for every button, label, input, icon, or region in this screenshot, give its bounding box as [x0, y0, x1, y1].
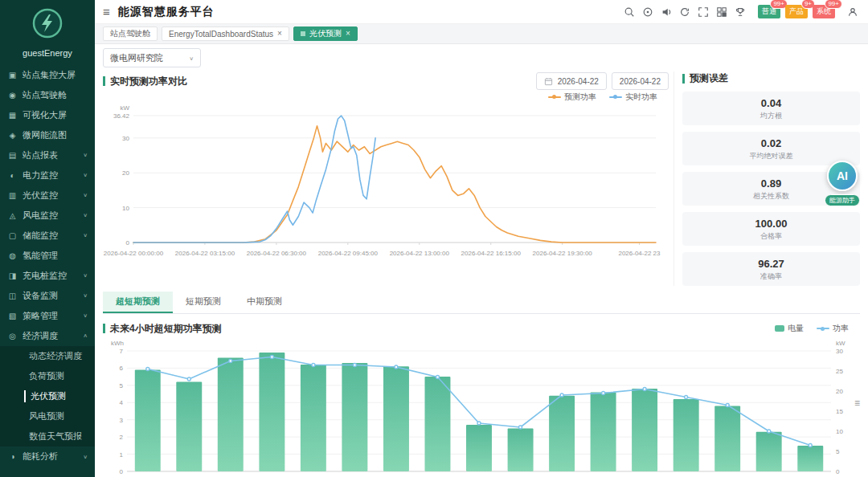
sidebar-item-wind-monitor[interactable]: ◬风电监控∨: [0, 206, 95, 226]
sidebar-item-report[interactable]: ▤站点报表∨: [0, 145, 95, 165]
app-logo: [0, 0, 95, 44]
sidebar-item-weather-forecast[interactable]: 数值天气预报: [0, 426, 95, 446]
legend-actual-power[interactable]: 实时功率: [609, 92, 657, 103]
sidebar-item-dispatch[interactable]: ◎经济调度∧: [0, 326, 95, 346]
svg-text:3: 3: [120, 417, 124, 424]
topbar: ≡ 能源智慧服务平台 普通99+产品9+系统99+: [95, 0, 868, 24]
date-to-input[interactable]: 2026-04-22: [612, 72, 669, 90]
sidebar-item-pv-monitor[interactable]: ▥光伏监控∨: [0, 186, 95, 206]
chevron-down-icon: ∨: [83, 173, 88, 178]
sidebar-item-device-monitor[interactable]: ◫设备监测∨: [0, 286, 95, 306]
svg-text:0: 0: [126, 239, 130, 247]
menu-toggle-icon[interactable]: ≡: [103, 5, 110, 18]
bar-energy: [756, 432, 782, 471]
title-accent-bar: [682, 74, 685, 84]
sidebar-item-wind-forecast[interactable]: 风电预测: [0, 406, 95, 426]
strategy-icon: ▧: [7, 312, 18, 320]
sidebar-item-charger-monitor[interactable]: ◨充电桩监控∨: [0, 266, 95, 286]
trophy-icon[interactable]: [735, 6, 746, 18]
subtab-ultra-short-term[interactable]: 超短期预测: [103, 292, 173, 313]
tab-close-icon[interactable]: ×: [277, 30, 282, 38]
record-icon[interactable]: [642, 6, 653, 18]
chevron-down-icon: ∨: [189, 55, 194, 60]
tab-cockpit[interactable]: 站点驾驶舱: [103, 26, 158, 41]
tab-close-icon[interactable]: ×: [346, 30, 350, 38]
svg-text:5: 5: [836, 448, 840, 455]
bar-energy: [135, 370, 161, 471]
svg-text:25: 25: [836, 368, 843, 375]
storage-monitor-icon: ▢: [7, 231, 18, 240]
tab-energy-total-dashboard[interactable]: EnergyTotalDashboardStatus×: [162, 26, 289, 41]
sidebar-item-power-monitor[interactable]: ◐电力监控∨: [0, 165, 95, 186]
refresh-icon[interactable]: [679, 6, 690, 18]
sidebar-item-label: 充电桩监控: [23, 270, 67, 282]
chevron-down-icon: ∨: [83, 454, 88, 459]
sidebar-item-energy-flow[interactable]: ◈微网能流图: [0, 125, 95, 145]
forecast-tabs: 超短期预测短期预测中期预测: [103, 292, 860, 314]
tab-pv-forecast[interactable]: 光伏预测×: [293, 26, 358, 41]
chevron-down-icon: ∨: [83, 273, 88, 279]
svg-text:2026-04-22 00:00:00: 2026-04-22 00:00:00: [104, 250, 164, 257]
legend-label: 预测功率: [564, 92, 596, 103]
forecast-chart: 01234567051015202530kWhkW2026-04-22 11:3…: [103, 338, 860, 477]
energy-analysis-icon: ◑: [7, 452, 18, 461]
sidebar-item-storage-monitor[interactable]: ▢储能监控∨: [0, 226, 95, 246]
bar-energy: [549, 396, 575, 471]
legend-label: 电量: [788, 323, 804, 334]
sidebar-item-visual-screen[interactable]: ▦可视化大屏: [0, 105, 95, 125]
legend-power[interactable]: 功率: [817, 323, 849, 334]
chart-toolbox-icon[interactable]: ≡: [854, 398, 860, 409]
search-icon[interactable]: [624, 6, 635, 18]
svg-text:kWh: kWh: [111, 340, 124, 347]
bar-energy: [632, 389, 657, 471]
subtab-mid-term[interactable]: 中期预测: [234, 292, 295, 313]
svg-text:2026-04-22 03:15:00: 2026-04-22 03:15:00: [175, 250, 235, 257]
sidebar-item-cockpit[interactable]: ◉站点驾驶舱: [0, 85, 95, 105]
stat-label: 合格率: [682, 231, 860, 242]
badge-system[interactable]: 系统99+: [813, 5, 835, 18]
legend-line-marker: [548, 96, 561, 98]
date-from-input[interactable]: 2026-04-22: [536, 72, 607, 90]
legend-forecast-power[interactable]: 预测功率: [548, 92, 596, 103]
sidebar-item-label: 站点集控大屏: [23, 69, 76, 81]
svg-text:2026-04-22 19:30:00: 2026-04-22 19:30:00: [533, 250, 593, 257]
tabbar: 站点驾驶舱EnergyTotalDashboardStatus×光伏预测×: [95, 24, 868, 44]
fullscreen-icon[interactable]: [698, 6, 709, 18]
ai-assistant-label: 能源助手: [825, 194, 860, 206]
sidebar-nav: ▣站点集控大屏◉站点驾驶舱▦可视化大屏◈微网能流图▤站点报表∨◐电力监控∨▥光伏…: [0, 65, 95, 477]
date-range-picker: 2026-04-22 2026-04-22: [536, 72, 669, 90]
sidebar-item-pv-forecast[interactable]: 光伏预测: [0, 386, 95, 406]
forecast-panel-title: 未来4小时超短期功率预测: [103, 322, 222, 336]
dispatch-icon: ◎: [7, 332, 18, 340]
sidebar-item-hydrogen[interactable]: ◍氢能管理: [0, 246, 95, 266]
legend-energy[interactable]: 电量: [775, 323, 804, 334]
sidebar-item-load-forecast[interactable]: 负荷预测: [0, 366, 95, 386]
ai-assistant-button[interactable]: AI 能源助手: [822, 161, 862, 206]
sidebar-item-energy-analysis[interactable]: ◑能耗分析∨: [0, 446, 95, 467]
sidebar-item-control-screen[interactable]: ▣站点集控大屏: [0, 65, 95, 85]
stat-label: 均方根: [682, 111, 860, 121]
sidebar-subitem-label: 数值天气预报: [24, 430, 82, 442]
pv-monitor-icon: ▥: [7, 191, 18, 200]
subtab-short-term[interactable]: 短期预测: [173, 292, 234, 313]
sidebar-item-label: 储能监控: [23, 230, 58, 242]
compare-panel: 实时预测功率对比 2026-04-22 2026-04-22: [103, 71, 674, 286]
bar-energy: [342, 363, 367, 471]
sidebar-item-strategy[interactable]: ▧策略管理∨: [0, 306, 95, 326]
user-icon[interactable]: [847, 6, 858, 18]
svg-text:20: 20: [122, 169, 129, 177]
stat-label: 准确率: [682, 271, 860, 282]
sidebar-subitem-label: 动态经济调度: [24, 350, 82, 362]
cockpit-icon: ◉: [7, 91, 18, 100]
badge-product[interactable]: 产品9+: [785, 5, 808, 18]
legend-line-marker: [817, 328, 829, 329]
station-select[interactable]: 微电网研究院 ∨: [103, 48, 201, 67]
legend-line-marker: [609, 96, 622, 98]
hydrogen-icon: ◍: [7, 251, 18, 260]
badge-normal[interactable]: 普通99+: [758, 5, 780, 18]
legend-label: 实时功率: [625, 92, 657, 103]
report-icon: ▤: [7, 151, 18, 160]
volume-icon[interactable]: [661, 6, 672, 18]
apps-grid-icon[interactable]: [716, 6, 727, 18]
sidebar-item-dynamic-dispatch[interactable]: 动态经济调度: [0, 346, 95, 366]
